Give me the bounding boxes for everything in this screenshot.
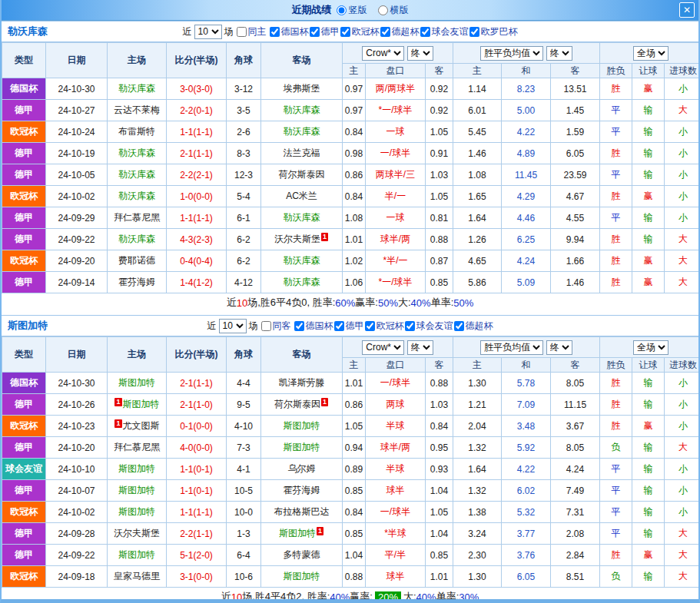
summary-line: 近10场,胜4平4负2, 胜率:40% 赢率:20% 大:40% 单率:30% [2,588,698,603]
goals-result-cell: 小 [665,394,700,416]
league-filter[interactable]: 德超杯 [380,25,420,38]
handicap-cell: 两球半/三 [366,164,426,186]
same-venue-filter[interactable]: 同主 [236,25,267,38]
table-row: 欧冠杯24-09-20费耶诺德0-4(0-4)6-2勒沃库森1.02*半/一0.… [2,250,700,272]
away-team-cell: 埃弗斯堡 [261,78,343,100]
league-filters: 德国杯德甲欧冠杯德超杯球会友谊欧罗巴杯 [269,25,518,38]
league-checkbox[interactable] [294,321,304,331]
handicap-cell: *一/球半 [366,272,426,293]
close-button[interactable]: ✕ [679,2,695,18]
crow-select[interactable]: Crow* [362,46,404,61]
away-team-cell: 斯图加特1 [261,523,343,545]
team-name-text: 沃尔夫斯堡 [274,234,320,244]
fullmatch-select[interactable]: 全场 [633,340,668,355]
layout-option-horizontal[interactable]: 横版 [378,4,409,17]
same-venue-filter[interactable]: 同客 [260,320,291,333]
avg-away-cell: 13.51 [551,78,600,100]
team-name-text: 斯图加特 [284,420,320,431]
team-name-text: 荷尔斯泰因 [274,399,320,409]
team-name: 勒沃库森 [8,25,48,38]
date-cell: 24-10-10 [46,459,108,480]
odds-away-cell: 0.88 [426,373,453,394]
score-cell: 0-4(0-4) [167,250,227,272]
layout-option-vertical[interactable]: 竖版 [337,4,367,17]
col-header-corner: 角球 [227,43,261,78]
avg-away-cell: 6.05 [551,143,600,164]
team-name-text: 布雷斯特 [118,126,155,137]
home-team-cell: 勒沃库森 [108,143,167,164]
away-team-cell: 布拉格斯巴达 [261,502,343,523]
league-filter[interactable]: 欧罗巴杯 [469,25,518,38]
recent-count-select[interactable]: 10 [194,25,222,39]
league-checkbox[interactable] [365,321,375,331]
league-filter[interactable]: 球会友谊 [404,320,453,333]
horizontal-radio[interactable] [378,5,388,15]
league-checkbox[interactable] [405,321,415,331]
league-checkbox[interactable] [454,321,464,331]
team-name-text: 勒沃库森 [118,147,155,158]
vertical-radio[interactable] [337,5,347,15]
table-body: 德国杯24-10-30勒沃库森3-0(3-0)3-12埃弗斯堡0.97两/两球半… [2,78,700,293]
league-filter[interactable]: 球会友谊 [420,25,469,38]
score-cell: 2-2(2-1) [167,164,227,186]
avg-home-cell: 1.64 [453,207,502,229]
league-filter[interactable]: 德甲 [309,25,340,38]
final-select-2[interactable]: 终 [546,340,572,355]
fullmatch-select[interactable]: 全场 [633,46,668,61]
corner-cell: 8-3 [227,143,261,164]
league-checkbox[interactable] [469,27,479,37]
league-checkbox[interactable] [420,27,430,37]
league-label: 德甲 [321,25,340,38]
corner-cell: 3-5 [227,100,261,121]
score-cell: 3-1(0-0) [167,566,227,588]
league-checkbox[interactable] [270,27,280,37]
handicap-cell: 一/球半 [366,502,426,523]
avg-select[interactable]: 胜平负均值 [480,340,543,355]
league-checkbox[interactable] [310,27,320,37]
date-cell: 24-10-24 [46,121,108,143]
col-header-corner: 角球 [227,337,261,373]
goals-result-cell: 小 [665,164,700,186]
corner-cell: 4-10 [227,416,261,437]
fullmatch-group-header: 全场 [600,337,700,358]
avg-away-cell: 11.15 [551,394,600,416]
league-checkbox[interactable] [334,321,344,331]
away-team-cell: 霍芬海姆 [261,480,343,502]
league-checkbox[interactable] [380,27,390,37]
league-filter[interactable]: 德国杯 [294,320,333,333]
avg-home-cell: 1.30 [453,373,502,394]
sub-header: 和 [502,64,551,78]
avg-select[interactable]: 胜平负均值 [480,46,543,61]
final-select[interactable]: 终 [407,340,433,355]
handicap-cell: 半/一 [366,186,426,207]
handicap-result-cell: 输 [632,394,665,416]
sub-header: 主 [343,64,366,78]
result-cell: 平 [600,523,632,545]
team-name-text: 勒沃库森 [284,212,320,223]
same-venue-checkbox[interactable] [261,321,271,331]
filter-bar: 近 10 场 同主 德国杯德甲欧冠杯德超杯球会友谊欧罗巴杯 [183,25,518,39]
handicap-result-cell: 输 [632,566,665,588]
avg-away-cell: 4.55 [551,207,600,229]
league-filter[interactable]: 欧冠杯 [340,25,380,38]
same-venue-checkbox[interactable] [237,27,247,37]
league-filter[interactable]: 欧冠杯 [364,320,404,333]
handicap-result-cell: 输 [632,437,665,459]
corner-cell: 10-6 [227,566,261,588]
recent-count-select[interactable]: 10 [219,319,247,333]
final-select-2[interactable]: 终 [546,46,572,61]
league-checkbox[interactable] [340,27,350,37]
league-filter[interactable]: 德国杯 [269,25,309,38]
final-select[interactable]: 终 [407,46,433,61]
avg-home-cell: 2.30 [453,545,502,566]
league-cell: 德甲 [2,545,46,566]
handicap-result-cell: 赢 [632,250,665,272]
home-team-cell: 勒沃库森 [108,78,167,100]
crow-select[interactable]: Crow* [362,340,404,355]
table-row: 欧冠杯24-10-02斯图加特1-1(1-1)10-0布拉格斯巴达0.84一/球… [2,502,700,523]
odds-home-cell: 0.84 [343,121,366,143]
league-filter[interactable]: 德甲 [333,320,364,333]
odds-home-cell: 0.94 [343,437,366,459]
handicap-cell: 半球 [366,459,426,480]
league-filter[interactable]: 德超杯 [453,320,493,333]
